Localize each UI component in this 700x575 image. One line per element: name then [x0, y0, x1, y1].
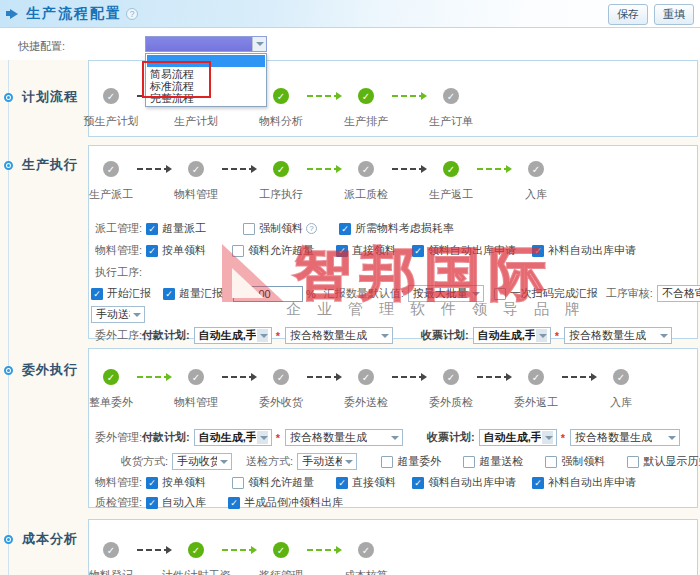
reset-button[interactable]: 重填	[654, 4, 694, 25]
checkbox-label: 领料自动出库申请	[428, 475, 516, 490]
checkbox-item[interactable]: 自动入库	[146, 495, 206, 510]
checkbox-item[interactable]: 所需物料考虑损耗率	[339, 221, 454, 236]
checkbox-item[interactable]: 强制领料	[545, 454, 605, 469]
qty-default-select[interactable]: 按最大批量	[408, 285, 484, 302]
send-inspect-select[interactable]: 手动送检	[297, 453, 357, 470]
pay-rule-select[interactable]: 按合格数量生成	[285, 429, 403, 446]
flow-step: 整单委外	[89, 369, 133, 413]
audit-select[interactable]: 不合格审核	[657, 285, 700, 302]
select-value: 不合格审核	[662, 286, 700, 301]
checkbox[interactable]	[243, 223, 255, 235]
checkbox-label: 强制领料	[561, 454, 605, 469]
row-label: 物料管理:	[95, 243, 142, 258]
flow-step: 生产订单	[429, 88, 473, 132]
flow-arrow-icon	[222, 549, 255, 551]
exec-flow-panel: 生产派工 物料管理 工序执行 派工质检 生产返工 入库 派工管理: 超量派工 强…	[88, 145, 698, 339]
checkbox-label: 超量送检	[479, 454, 523, 469]
cost-flow-panel: 物料登记 计件/计时工资 奖惩管理 成本核算	[88, 519, 698, 575]
checkbox[interactable]	[463, 456, 475, 468]
checkbox[interactable]	[146, 477, 158, 489]
select-value: 自动生成,手动	[478, 328, 535, 343]
section-head-exec: 生产执行	[4, 156, 78, 174]
receive-mode-select[interactable]: 手动收货	[172, 453, 232, 470]
checkbox-item[interactable]: 默认显示历史价	[627, 454, 700, 469]
checkbox[interactable]	[232, 477, 244, 489]
step-status-icon	[103, 161, 119, 177]
flow-step: 计件/计时工资	[174, 542, 218, 575]
checkbox-item[interactable]: 超量委外	[381, 454, 441, 469]
invoice-rule-select[interactable]: 按合格数量生成	[570, 429, 680, 446]
checkbox[interactable]	[412, 477, 424, 489]
checkbox-item[interactable]: 领料自动出库申请	[412, 243, 516, 258]
checkbox-item[interactable]: 补料自动出库申请	[532, 475, 636, 490]
step-label: 物料登记	[89, 568, 133, 575]
quick-config-select[interactable]	[145, 36, 267, 52]
invoice-rule-select[interactable]: 按合格数量生成	[564, 327, 672, 344]
checkbox-item[interactable]: 直接领料	[336, 475, 396, 490]
checkbox[interactable]	[412, 245, 424, 257]
checkbox-item[interactable]: 半成品倒冲领料出库	[228, 495, 343, 510]
checkbox[interactable]	[91, 288, 103, 300]
flow-step: 派工质检	[344, 161, 388, 205]
checkbox-item[interactable]: 直接领料	[336, 243, 396, 258]
checkbox-item[interactable]: 领料自动出库申请	[412, 475, 516, 490]
help-icon[interactable]	[306, 223, 317, 234]
outsource-flow-panel: 整单委外 物料管理 委外收货 委外送检 委外质检 委外返工 入库 委外管理: 付…	[88, 348, 698, 508]
select-value: 按合格数量生成	[290, 328, 367, 343]
checkbox-item[interactable]: 补料自动出库申请	[532, 243, 636, 258]
step-label: 计件/计时工资	[161, 568, 230, 575]
checkbox-label: 直接领料	[352, 475, 396, 490]
checkbox-item[interactable]: 超量汇报	[163, 286, 223, 301]
step-status-icon	[358, 88, 374, 104]
section-head-cost: 成本分析	[4, 530, 78, 548]
checkbox[interactable]	[532, 477, 544, 489]
checkbox[interactable]	[494, 288, 506, 300]
select-value: 按合格数量生成	[290, 430, 367, 445]
checkbox-item[interactable]: 超量派工	[146, 221, 206, 236]
pay-rule-select[interactable]: 按合格数量生成	[285, 327, 393, 344]
checkbox-item[interactable]: 超量送检	[463, 454, 523, 469]
checkbox[interactable]	[146, 497, 158, 509]
cost-flow: 物料登记 计件/计时工资 奖惩管理 成本核算	[89, 542, 388, 575]
report-percent-input[interactable]	[233, 286, 303, 302]
checkbox[interactable]	[228, 497, 240, 509]
step-label: 委外收货	[259, 395, 303, 410]
checkbox-item[interactable]: 强制领料	[243, 221, 317, 236]
checkbox-item[interactable]: 按单领料	[146, 475, 206, 490]
invoice-plan-select[interactable]: 自动生成,手动	[473, 327, 551, 344]
checkbox-label: 补料自动出库申请	[548, 243, 636, 258]
step-label: 物料管理	[174, 395, 218, 410]
pay-plan-select[interactable]: 自动生成,手动	[194, 429, 272, 446]
help-icon[interactable]	[126, 8, 138, 20]
save-button[interactable]: 保存	[608, 4, 648, 25]
step-status-icon	[443, 88, 459, 104]
exec-flow: 生产派工 物料管理 工序执行 派工质检 生产返工 入库	[89, 161, 558, 205]
checkbox[interactable]	[545, 456, 557, 468]
checkbox-item[interactable]: 一次扫码完成汇报	[494, 286, 598, 301]
step-label: 派工质检	[344, 187, 388, 202]
checkbox[interactable]	[146, 245, 158, 257]
checkbox[interactable]	[336, 245, 348, 257]
pay-plan-select[interactable]: 自动生成,手动	[194, 327, 272, 344]
step-status-icon	[273, 161, 289, 177]
send-inspect-select[interactable]: 手动送检	[91, 306, 145, 323]
checkbox-item[interactable]: 领料允许超量	[232, 475, 314, 490]
checkbox-item[interactable]: 领料允许超量	[232, 243, 314, 258]
checkbox[interactable]	[336, 477, 348, 489]
chevron-down-icon[interactable]	[252, 37, 266, 51]
checkbox[interactable]	[163, 288, 175, 300]
checkbox[interactable]	[381, 456, 393, 468]
chevron-down-icon	[391, 436, 399, 440]
checkbox[interactable]	[339, 223, 351, 235]
checkbox[interactable]	[232, 245, 244, 257]
checkbox[interactable]	[146, 223, 158, 235]
checkbox[interactable]	[627, 456, 639, 468]
chevron-down-icon	[660, 334, 668, 338]
invoice-plan-select[interactable]: 自动生成,手动	[479, 429, 557, 446]
checkbox[interactable]	[532, 245, 544, 257]
checkbox-item[interactable]: 按单领料	[146, 243, 206, 258]
step-status-icon	[103, 542, 119, 558]
checkbox-item[interactable]: 开始汇报	[91, 286, 151, 301]
checkbox-label: 按单领料	[162, 475, 206, 490]
step-label: 预生产计划	[84, 114, 139, 129]
